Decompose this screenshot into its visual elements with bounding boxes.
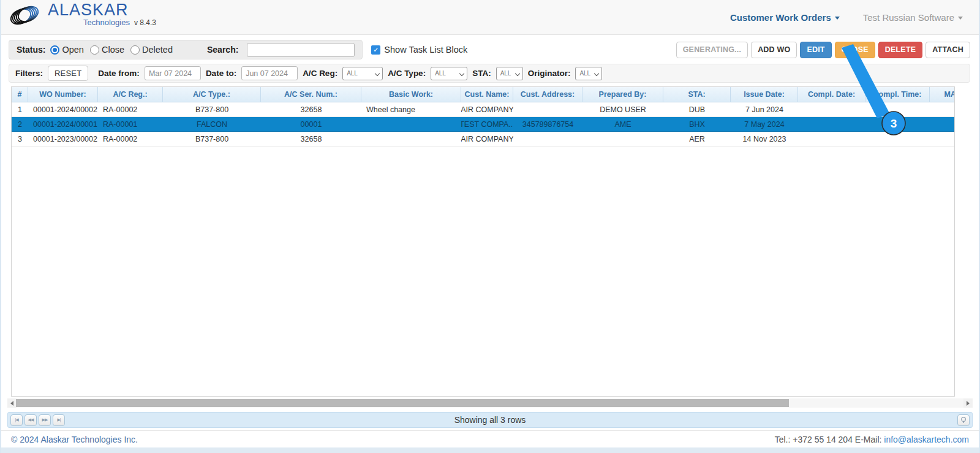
grid-header-cell[interactable]: Cust. Name: xyxy=(461,87,513,102)
sta-label: STA: xyxy=(472,69,491,78)
grid-cell xyxy=(798,117,865,131)
originator-select[interactable]: ALL xyxy=(575,67,602,80)
grid-cell: 345789876754 xyxy=(513,117,582,131)
grid-header-cell[interactable]: Cust. Address: xyxy=(513,87,582,102)
radio-icon[interactable] xyxy=(130,45,140,55)
pager-prev-button[interactable]: ◀◀ xyxy=(24,414,37,426)
chevron-down-icon xyxy=(958,17,963,20)
ac-reg-select[interactable]: ALL xyxy=(342,67,383,80)
radio-label: Close xyxy=(102,45,124,55)
grid-cell xyxy=(361,132,461,146)
grid-header-cell[interactable]: # xyxy=(12,87,28,102)
pager-last-button[interactable]: ▶| xyxy=(53,414,65,426)
pager-first-button[interactable]: |◀ xyxy=(10,414,23,426)
grid-header-cell[interactable]: A/C Type.: xyxy=(163,87,261,102)
nav-customer-work-orders-label: Customer Work Orders xyxy=(730,12,831,23)
edit-button[interactable]: EDIT xyxy=(800,42,831,58)
row-count-status: Showing all 3 rows xyxy=(8,415,972,425)
grid-header-cell[interactable]: A/C Ser. Num.: xyxy=(261,87,361,102)
nav-user-menu[interactable]: Test Russian Software xyxy=(863,12,963,23)
grid-cell xyxy=(930,117,955,131)
date-to-input[interactable] xyxy=(241,66,298,80)
grid-cell: 00001-2024/00002 xyxy=(28,102,98,116)
delete-button[interactable]: DELETE xyxy=(878,42,923,58)
status-search-panel: Status: OpenCloseDeleted Search: xyxy=(9,40,363,59)
grid-header-cell[interactable]: Compl. Time: xyxy=(865,87,930,102)
grid-cell xyxy=(513,102,582,116)
ac-reg-value: ALL xyxy=(347,70,358,77)
close-button[interactable]: CLOSE xyxy=(835,42,875,58)
checked-checkbox-icon[interactable]: ✓ xyxy=(371,45,380,55)
copyright-text[interactable]: © 2024 Alaskar Technologies Inc. xyxy=(11,435,138,444)
grid-cell xyxy=(930,132,955,146)
ac-type-value: ALL xyxy=(435,70,446,77)
grid-header-row: #WO Number:A/C Reg.:A/C Type.:A/C Ser. N… xyxy=(12,87,954,102)
contact-email-link[interactable]: info@alaskartech.com xyxy=(884,435,969,444)
grid-cell xyxy=(582,132,663,146)
app-window: ALASKAR Technologies v 8.4.3 Customer Wo… xyxy=(0,0,980,453)
grid-cell: 00001-2024/00001 xyxy=(28,117,98,131)
pager-bar: |◀◀◀▶▶▶| Showing all 3 rows xyxy=(7,412,973,428)
horizontal-scrollbar[interactable] xyxy=(7,398,973,408)
grid-header-cell[interactable]: STA: xyxy=(663,87,731,102)
grid-header-cell[interactable]: Prepared By: xyxy=(582,87,663,102)
grid-cell: TEST COMPA... xyxy=(461,117,513,131)
nav-customer-work-orders[interactable]: Customer Work Orders xyxy=(730,12,840,23)
status-radio-open[interactable]: Open xyxy=(50,45,83,55)
grid-header-cell[interactable]: MAN Hours: xyxy=(930,87,955,102)
grid-cell: RA-00002 xyxy=(98,132,163,146)
grid-header-cell[interactable]: WO Number: xyxy=(28,87,98,102)
status-label: Status: xyxy=(17,45,45,55)
grid-cell: B737-800 xyxy=(163,102,261,116)
brand-title: ALASKAR xyxy=(48,2,156,18)
scroll-right-arrow-icon[interactable] xyxy=(963,398,973,408)
radio-label: Deleted xyxy=(142,45,173,55)
table-row-selected[interactable]: 200001-2024/00001RA-00001FALCON00001TEST… xyxy=(12,117,954,132)
attach-button[interactable]: ATTACH xyxy=(925,42,970,58)
nav-user-label: Test Russian Software xyxy=(863,12,954,23)
radio-icon[interactable] xyxy=(50,45,59,55)
grid-cell: 1 xyxy=(12,102,28,116)
date-to-label: Date to: xyxy=(206,69,236,78)
alaskar-swirl-logo-icon xyxy=(7,2,45,32)
brand: ALASKAR Technologies v 8.4.3 xyxy=(7,2,156,32)
pager-next-button[interactable]: ▶▶ xyxy=(39,414,51,426)
search-input[interactable] xyxy=(247,43,355,57)
grid-cell: AIR COMPANY xyxy=(461,132,513,146)
sta-value: ALL xyxy=(500,70,511,77)
show-task-list-toggle[interactable]: ✓ Show Task List Block xyxy=(371,45,467,55)
grid-cell: BHX xyxy=(663,117,731,131)
originator-label: Originator: xyxy=(528,69,571,78)
grid-cell: 3 xyxy=(12,132,28,146)
grid-header-cell[interactable]: Basic Work: xyxy=(361,87,461,102)
grid-header-cell[interactable]: A/C Reg.: xyxy=(98,87,163,102)
table-row[interactable]: 300001-2023/00002RA-00002B737-80032658AI… xyxy=(12,132,954,147)
sta-select[interactable]: ALL xyxy=(496,67,523,80)
ac-reg-label: A/C Reg: xyxy=(303,69,337,78)
status-radio-deleted[interactable]: Deleted xyxy=(130,45,173,55)
reset-filters-button[interactable]: RESET xyxy=(48,66,88,81)
date-from-input[interactable] xyxy=(145,66,201,80)
filters-bar: Filters: RESET Date from: Date to: A/C R… xyxy=(9,64,970,83)
grid-cell: 7 May 2024 xyxy=(731,117,798,131)
radio-icon[interactable] xyxy=(90,45,99,55)
status-radio-close[interactable]: Close xyxy=(90,45,124,55)
scroll-left-arrow-icon[interactable] xyxy=(7,398,17,408)
add-wo-button[interactable]: ADD WO xyxy=(751,42,797,58)
grid-header-cell[interactable]: Compl. Date: xyxy=(798,87,865,102)
search-label: Search: xyxy=(207,45,238,55)
grid-header-cell[interactable]: Issue Date: xyxy=(731,87,798,102)
contact-info: Tel.: +372 55 14 204 E-Mail: info@alaska… xyxy=(775,435,969,444)
ac-type-select[interactable]: ALL xyxy=(431,67,467,80)
date-from-label: Date from: xyxy=(98,69,140,78)
brand-subtitle: Technologies xyxy=(83,18,130,27)
generating-button[interactable]: GENERATING... xyxy=(676,42,748,58)
table-row[interactable]: 100001-2024/00002RA-00002B737-80032658Wh… xyxy=(12,102,954,117)
grid-cell: AER xyxy=(663,132,731,146)
work-orders-grid: #WO Number:A/C Reg.:A/C Type.:A/C Ser. N… xyxy=(11,86,955,397)
scrollbar-thumb[interactable] xyxy=(16,399,789,407)
lightbulb-icon[interactable] xyxy=(957,414,970,426)
grid-cell: 32658 xyxy=(261,102,361,116)
grid-cell: 00001 xyxy=(261,117,361,131)
ac-type-label: A/C Type: xyxy=(388,69,426,78)
